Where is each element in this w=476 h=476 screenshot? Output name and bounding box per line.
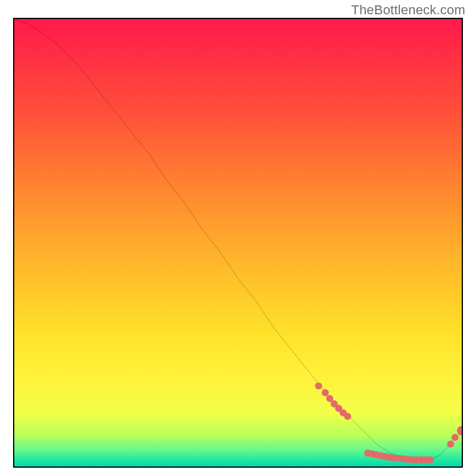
bottleneck-chart — [14, 19, 462, 466]
chart-container — [13, 18, 463, 468]
watermark-text: TheBottleneck.com — [351, 2, 465, 18]
chart-marker — [344, 413, 351, 420]
chart-marker — [322, 389, 329, 396]
chart-background — [14, 19, 462, 466]
chart-marker — [452, 434, 459, 441]
chart-marker — [427, 456, 434, 464]
chart-marker — [447, 440, 454, 447]
chart-marker — [315, 383, 322, 390]
